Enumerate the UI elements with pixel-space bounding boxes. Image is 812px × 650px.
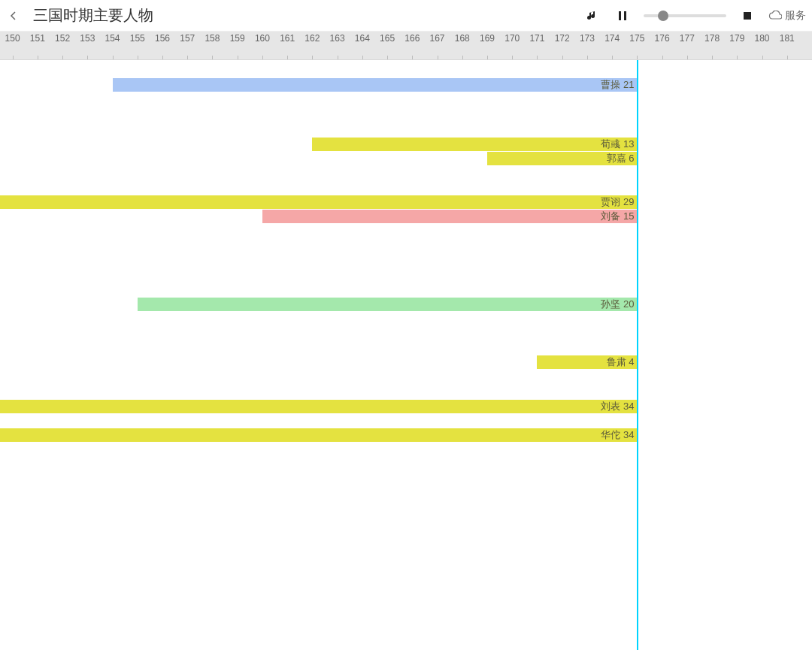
cloud-icon [768,11,782,21]
ruler-tick [787,56,788,59]
speed-slider[interactable] [644,14,726,17]
ruler-tick [687,56,688,59]
timeline-bar-label: 刘表 34 [601,400,634,413]
ruler-tick [113,56,114,59]
timeline-bar[interactable]: 孙坚 20 [138,298,638,311]
svg-rect-1 [624,11,626,20]
ruler-tick-label: 150 [5,33,20,44]
timeline-bar-label: 华佗 34 [601,428,634,442]
ruler-tick [637,56,638,59]
ruler-tick-label: 176 [655,33,670,44]
ruler-tick [187,56,188,59]
ruler-tick [512,56,513,59]
ruler-tick [612,56,613,59]
ruler-tick [312,56,313,59]
timeline-chart[interactable]: 曹操 21荀彧 13郭嘉 6贾诩 29刘备 15孙坚 20鲁肃 4刘表 34华佗… [0,60,812,650]
ruler-tick [737,56,738,59]
ruler-tick [13,56,14,59]
ruler-tick-label: 172 [555,33,570,44]
ruler-tick-label: 174 [604,33,620,44]
timeline-ruler[interactable]: 1501511521531541551561571581591601611621… [0,32,812,60]
pause-button[interactable] [614,7,632,25]
stop-button[interactable] [738,7,756,25]
ruler-tick-label: 167 [430,33,445,44]
ruler-tick-label: 171 [529,33,544,44]
ruler-tick-label: 168 [455,33,470,44]
svg-rect-2 [744,12,751,20]
timeline-bar-label: 郭嘉 6 [607,152,635,165]
cloud-service-button[interactable]: 服务 [768,9,806,23]
ruler-tick [87,56,88,59]
ruler-tick-label: 181 [780,33,795,44]
ruler-tick [537,56,538,59]
playhead-line [637,60,638,650]
timeline-bar[interactable]: 荀彧 13 [312,138,637,151]
ruler-tick-label: 170 [504,33,520,44]
timeline-bar-label: 贾诩 29 [601,195,634,209]
ruler-tick-label: 164 [355,33,370,44]
timeline-bar-label: 曹操 21 [601,78,634,92]
ruler-tick-label: 166 [404,33,420,44]
ruler-tick [138,56,138,59]
ruler-tick-label: 159 [230,33,245,44]
ruler-tick [662,56,663,59]
chevron-left-icon [9,11,18,20]
ruler-tick [387,56,388,59]
timeline-bar-label: 孙坚 20 [601,298,634,311]
ruler-tick [587,56,588,59]
timeline-bar[interactable]: 贾诩 29 [0,195,637,209]
ruler-tick [162,56,163,59]
ruler-tick-label: 152 [55,33,70,44]
music-note-icon [586,10,598,22]
ruler-tick-label: 162 [304,33,320,44]
ruler-tick-label: 156 [155,33,170,44]
ruler-tick [38,56,38,59]
page-title: 三国时期主要人物 [33,5,153,26]
ruler-tick [438,56,438,59]
ruler-tick-label: 153 [80,33,95,44]
timeline-bar[interactable]: 华佗 34 [0,428,637,442]
timeline-bar[interactable]: 曹操 21 [113,78,638,92]
stop-icon [743,11,752,20]
timeline-bar-label: 刘备 15 [601,210,634,223]
ruler-tick [412,56,413,59]
ruler-tick [212,56,213,59]
top-toolbar: 三国时期主要人物 服务 [0,0,812,32]
timeline-bar[interactable]: 郭嘉 6 [487,152,637,165]
ruler-tick-label: 173 [580,33,595,44]
ruler-tick-label: 154 [105,33,120,44]
pause-icon [617,11,628,21]
timeline-bar-label: 鲁肃 4 [607,355,635,369]
ruler-tick [362,56,363,59]
music-toggle-button[interactable] [583,7,601,25]
ruler-tick-label: 161 [280,33,295,44]
ruler-tick [238,56,238,59]
ruler-tick [338,56,338,59]
ruler-tick [762,56,763,59]
ruler-tick-label: 180 [755,33,770,44]
ruler-tick-label: 151 [30,33,45,44]
svg-rect-0 [619,11,621,20]
ruler-tick-label: 158 [205,33,220,44]
ruler-tick-label: 179 [729,33,744,44]
ruler-tick-label: 175 [629,33,644,44]
ruler-tick [487,56,488,59]
timeline-bar[interactable]: 刘表 34 [0,400,637,413]
ruler-tick-label: 157 [180,33,195,44]
ruler-tick-label: 160 [255,33,270,44]
ruler-tick [62,56,63,59]
back-button[interactable] [6,8,21,23]
ruler-tick [562,56,563,59]
ruler-tick [712,56,713,59]
ruler-tick [287,56,288,59]
cloud-service-label: 服务 [785,9,806,23]
timeline-bar[interactable]: 鲁肃 4 [537,355,637,369]
ruler-tick-label: 169 [480,33,495,44]
ruler-tick [462,56,463,59]
timeline-bar-label: 荀彧 13 [601,138,634,151]
timeline-bar[interactable]: 刘备 15 [262,210,637,223]
ruler-tick-label: 165 [380,33,395,44]
ruler-tick-label: 177 [680,33,695,44]
ruler-tick-label: 155 [130,33,145,44]
ruler-tick [262,56,263,59]
